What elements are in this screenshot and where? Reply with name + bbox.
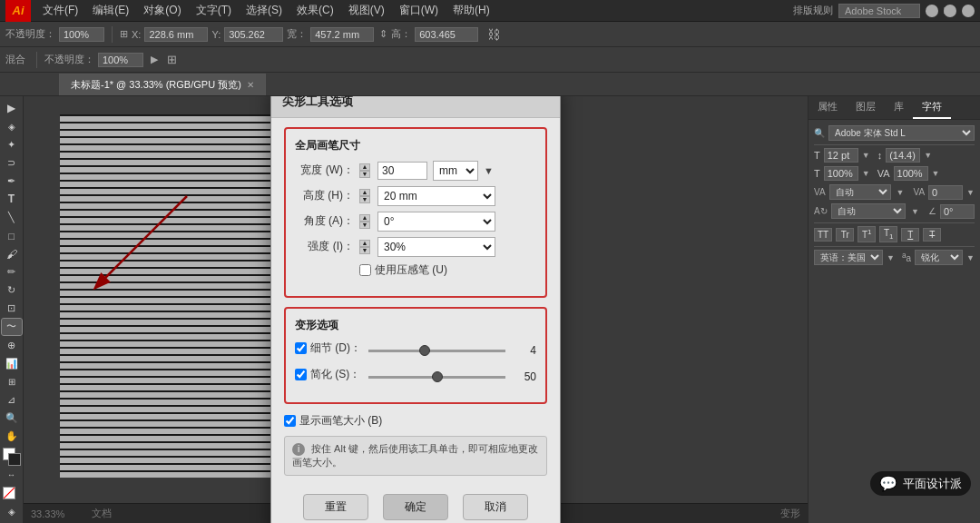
search-bar[interactable]: Adobe Stock (838, 4, 920, 18)
rotation-angle-input[interactable] (940, 204, 975, 219)
paintbrush-tool[interactable]: 🖌 (2, 246, 22, 262)
strength-up-btn[interactable]: ▲ (359, 240, 370, 247)
cancel-button[interactable]: 取消 (463, 494, 528, 520)
close-button[interactable]: ✕ (962, 5, 975, 17)
menu-file[interactable]: 文件(F) (36, 1, 84, 20)
tab-close-icon[interactable]: ✕ (247, 80, 254, 90)
menu-text[interactable]: 文字(T) (190, 1, 238, 20)
minimize-button[interactable]: – (926, 5, 938, 17)
strength-value-select[interactable]: 30% 50% 100% (377, 237, 495, 257)
fidelity-slider[interactable] (368, 350, 505, 352)
width-unit-select[interactable]: mm px pt (433, 161, 478, 181)
rotate-tool[interactable]: ↻ (2, 282, 22, 299)
direct-selection-tool[interactable]: ◈ (2, 118, 22, 134)
leading-input[interactable] (886, 148, 920, 163)
slice-tool[interactable]: ⊿ (2, 391, 22, 408)
height-row-label: 高度 (H)： (295, 188, 354, 203)
stroke-fill-toggle[interactable]: ↔ (2, 467, 22, 483)
menu-object[interactable]: 对象(O) (137, 1, 187, 20)
color-swatch[interactable] (3, 448, 21, 462)
magic-wand-tool[interactable]: ✦ (2, 136, 22, 153)
tracking-row: T ▼ VA ▼ (814, 166, 975, 181)
antialias-select[interactable]: 锐化 (915, 250, 963, 265)
simplify-checkbox[interactable] (295, 369, 307, 380)
angle-value-select[interactable]: 0° 45° 90° (377, 212, 495, 232)
maximize-button[interactable]: □ (944, 5, 956, 17)
draw-mode-toggle[interactable]: ◈ (2, 503, 22, 519)
lasso-tool[interactable]: ⊃ (2, 154, 22, 171)
language-select[interactable]: 英语：美国 (814, 250, 883, 265)
width-down-btn[interactable]: ▼ (359, 171, 370, 178)
angle-down-btn[interactable]: ▼ (359, 222, 370, 229)
width-value-input[interactable] (377, 162, 427, 180)
baseline-input[interactable] (928, 185, 963, 200)
show-brush-label-text: 显示画笔大小 (B) (299, 413, 382, 429)
strength-down-btn[interactable]: ▼ (359, 247, 370, 254)
strength-spinner[interactable]: ▲ ▼ (359, 240, 370, 254)
height-up-btn[interactable]: ▲ (359, 189, 370, 196)
warp-tool[interactable]: 〜 (2, 319, 22, 335)
font-size-input[interactable] (824, 148, 858, 163)
document-tab[interactable]: 未标题-1* @ 33.33% (RGB/GPU 预览) ✕ (59, 74, 266, 95)
underline-btn[interactable]: T (901, 228, 919, 242)
menu-help[interactable]: 帮助(H) (446, 1, 496, 20)
width-input[interactable] (310, 27, 374, 42)
height-icon: ⇕ (379, 28, 387, 40)
width-tool[interactable]: ⊕ (2, 337, 22, 353)
height-value-select[interactable]: 20 mm 10 mm 30 mm (377, 186, 495, 206)
width-up-btn[interactable]: ▲ (359, 163, 370, 171)
line-tool[interactable]: ╲ (2, 209, 22, 225)
reset-button[interactable]: 重置 (303, 494, 368, 520)
artboard-tool[interactable]: ⊞ (2, 373, 22, 390)
angle-up-btn[interactable]: ▲ (359, 214, 370, 222)
x-input[interactable] (144, 27, 208, 42)
graph-tool[interactable]: 📊 (2, 355, 22, 371)
selection-tool[interactable]: ▶ (2, 100, 22, 116)
shape-tool[interactable]: □ (2, 228, 22, 244)
superscript-btn[interactable]: T1 (858, 226, 876, 242)
tracking-input[interactable] (824, 166, 858, 181)
tracking-label: T (814, 168, 820, 179)
height-row: 高度 (H)： ▲ ▼ 20 mm 10 mm 30 mm (295, 186, 536, 206)
tab-properties[interactable]: 属性 (808, 96, 847, 119)
height-spinner[interactable]: ▲ ▼ (359, 189, 370, 203)
y-input[interactable] (224, 27, 283, 42)
menu-window[interactable]: 窗口(W) (393, 1, 445, 20)
hand-tool[interactable]: ✋ (2, 428, 22, 444)
fidelity-checkbox[interactable] (295, 342, 307, 354)
tab-layers[interactable]: 图层 (847, 96, 885, 119)
transparency-input[interactable] (59, 27, 104, 42)
font-select[interactable]: Adobe 宋体 Std L (828, 125, 975, 141)
menu-edit[interactable]: 编辑(E) (86, 1, 135, 20)
all-caps-btn[interactable]: TT (814, 228, 832, 242)
strikethrough-btn[interactable]: T (923, 228, 941, 242)
reflect-tool[interactable]: ⊡ (2, 301, 22, 317)
menu-view[interactable]: 视图(V) (342, 1, 391, 20)
kerning-input[interactable] (894, 166, 928, 181)
panel-divider2 (814, 222, 975, 223)
angle-spinner[interactable]: ▲ ▼ (359, 214, 370, 229)
menu-effect[interactable]: 效果(C) (290, 1, 340, 20)
tab-library[interactable]: 库 (885, 96, 913, 119)
height-down-btn[interactable]: ▼ (359, 196, 370, 203)
show-brush-checkbox[interactable] (284, 415, 296, 427)
pressure-checkbox[interactable] (359, 264, 371, 276)
width-spinner[interactable]: ▲ ▼ (359, 163, 370, 178)
small-transparency-input[interactable] (98, 53, 143, 67)
pencil-tool[interactable]: ✏ (2, 264, 22, 281)
subscript-btn[interactable]: T1 (879, 226, 897, 242)
menu-select[interactable]: 选择(S) (240, 1, 289, 20)
simplify-slider[interactable] (368, 376, 505, 379)
small-caps-btn[interactable]: Tr (836, 228, 854, 242)
tab-character[interactable]: 字符 (913, 96, 951, 119)
height-input[interactable] (415, 27, 478, 42)
zoom-tool[interactable]: 🔍 (2, 410, 22, 426)
pen-tool[interactable]: ✒ (2, 173, 22, 189)
ok-button[interactable]: 确定 (383, 494, 448, 520)
rotation-select[interactable]: 自动 (831, 203, 906, 219)
none-toggle[interactable] (3, 487, 21, 499)
align-select[interactable]: 自动 光学 (829, 184, 891, 200)
type-tool[interactable]: T (2, 191, 22, 207)
rotation-row: A↻ 自动 ▼ ∠ (814, 203, 975, 219)
link-icon: ⛓ (487, 27, 500, 42)
